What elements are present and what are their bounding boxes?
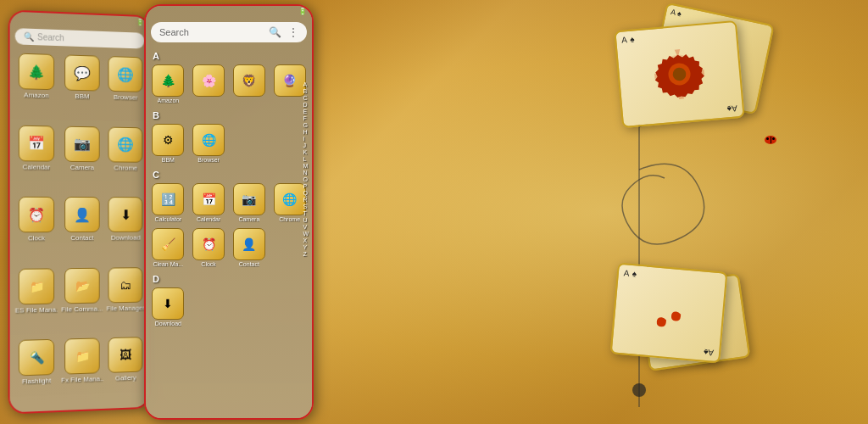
list-item[interactable]: 🌐 Chrome [107,126,145,193]
alpha-icon-3: 🦁 [233,64,265,97]
list-item[interactable]: 🌸 [190,64,228,103]
alpha-icon-chrome: 🌐 [274,183,306,215]
alpha-icon-clock: ⏰ [192,228,225,260]
alpha-section-c: C 🔢 Calculator 📅 Calendar [149,168,309,269]
card-value-tl-1: A [621,35,628,45]
list-item[interactable]: 🗂 File Manager [107,267,145,335]
alpha-icon-contact: 👤 [233,228,265,260]
alpha-app-label: Calendar [197,216,220,222]
list-item[interactable]: 🌲 Amazon [15,53,58,122]
list-item[interactable]: 🌲 Amazon [149,64,187,103]
list-item[interactable]: ⏰ Clock [190,228,228,267]
app-icon-browser: 🌐 [108,56,143,92]
alpha-app-label: Calculator [155,216,182,222]
app-icon-contact: 👤 [64,197,100,232]
list-item[interactable]: 💬 BBM [61,54,103,123]
list-item[interactable]: 📅 Calendar [15,125,58,193]
status-bar-1: 🔋 [10,12,149,29]
alpha-apps-a: 🌲 Amazon 🌸 🦁 [149,63,309,105]
app-label: File Manager [107,304,145,312]
playing-card-1: A ♠ A♠ [614,20,744,128]
app-label: Download [111,234,141,242]
alpha-icon-calendar: 📅 [192,183,225,215]
alpha-icon-clean: 🧹 [152,228,184,260]
card-decorations: A ♠ A ♠ A♠ A ♠ A ♠ A♠ [402,0,868,424]
app-icon-file-commander: 📂 [64,268,100,304]
app-grid-1: 🌲 Amazon 💬 BBM 🌐 Browser [10,49,149,412]
app-label: Contact [70,234,93,242]
alpha-apps-d: ⬇ Download [149,286,309,328]
card-value-tl-3: A [623,268,630,278]
phones-container: 🔋 🔍 Search 🌲 Amazon 💬 BBM [0,0,415,424]
search-bar-2[interactable]: Search 🔍 ⋮ [151,22,307,42]
list-item[interactable]: 🌐 Browser [190,124,228,163]
app-label: Gallery [115,374,136,382]
list-item[interactable]: ⚙ BBM [149,124,187,163]
app-label: File Comma... [61,304,103,313]
search-placeholder-1: Search [37,32,64,42]
card-value-tl: A [670,8,676,17]
list-item[interactable]: 👤 Contact [231,228,269,267]
list-item[interactable]: 📁 ES File Mana... [15,268,58,337]
alpha-app-label: Clock [201,261,216,267]
card-value-br-1: A♠ [726,103,737,114]
alpha-apps-b: ⚙ BBM 🌐 Browser [149,122,309,165]
list-item[interactable]: 📅 Calendar [190,183,228,222]
list-item[interactable]: ⏰ Clock [15,197,58,265]
app-icon-bbm: 💬 [64,54,100,91]
list-item[interactable]: 📂 File Comma... [61,267,103,336]
more-icon[interactable]: ⋮ [288,26,298,38]
list-item[interactable]: 🖼 Gallery [107,337,145,404]
app-label: Fx File Mana... [61,375,103,384]
alpha-apps-c2: 🧹 Clean Ma... ⏰ Clock 👤 [149,226,309,269]
phone-1-screen: 🔋 🔍 Search 🌲 Amazon 💬 BBM [10,12,149,413]
phone-2-screen: 🔋 Search 🔍 ⋮ A 🌲 [146,6,312,418]
alpha-icon-amazon: 🌲 [152,64,184,97]
alphabet-bar: A B C D E F G H I J K L M N O P Q [303,81,309,257]
alpha-header-d: D [149,272,309,286]
list-item[interactable]: 🧹 Clean Ma... [149,228,187,267]
list-item[interactable]: 📁 Fx File Mana... [61,338,103,407]
list-item[interactable]: 🦁 [231,64,269,103]
gear-icon [649,44,709,103]
alpha-section-d: D ⬇ Download [149,272,309,328]
alpha-icon-download: ⬇ [152,287,184,320]
card-suit-tl-3: ♠ [632,269,637,278]
app-icon-calendar: 📅 [19,125,54,161]
card-value-br-3: A♠ [704,348,715,358]
list-item[interactable]: ⬇ Download [149,287,187,326]
app-label: BBM [75,92,89,100]
alpha-apps-c: 🔢 Calculator 📅 Calendar 📷 [149,181,309,224]
list-item[interactable]: 🔢 Calculator [149,183,187,222]
app-icon-camera: 📷 [64,126,100,162]
search-bar-1[interactable]: 🔍 Search [15,28,145,48]
playing-card-3: A ♠ A♠ [610,263,728,364]
search-icon: 🔍 [269,26,281,38]
alpha-app-label: Camera [238,216,259,222]
app-icon-fx-file: 📁 [64,338,100,375]
app-icon-flashlight: 🔦 [19,339,54,377]
search-label-2: Search [159,27,189,37]
list-item[interactable]: 📷 Camera [61,126,103,193]
alpha-app-label: Contact [239,261,259,267]
list-item[interactable]: 🌐 Browser [107,56,145,124]
list-item[interactable]: 🔦 Flashlight [15,339,58,409]
alpha-section-a: A 🌲 Amazon 🌸 [149,49,309,105]
app-icon-amazon: 🌲 [19,53,54,91]
alpha-icon-bbm: ⚙ [152,124,184,156]
list-item[interactable]: 📷 Camera [231,183,269,222]
app-label: Calendar [23,163,51,170]
alpha-icon-camera: 📷 [233,183,265,215]
alpha-app-label: Download [155,321,181,326]
card-suit-tl: ♠ [676,9,682,19]
app-icon-chrome: 🌐 [108,126,143,162]
alpha-app-label: BBM [162,157,175,163]
alpha-icon-2: 🌸 [192,64,225,97]
list-item[interactable]: ⬇ Download [107,197,145,264]
app-label: Camera [70,163,94,170]
alpha-icon-4: 🔮 [274,64,306,97]
alpha-icon-browser: 🌐 [192,124,225,156]
list-item[interactable]: 👤 Contact [61,197,103,265]
card-suit-tl-1: ♠ [630,34,635,43]
alpha-header-a: A [149,49,309,63]
